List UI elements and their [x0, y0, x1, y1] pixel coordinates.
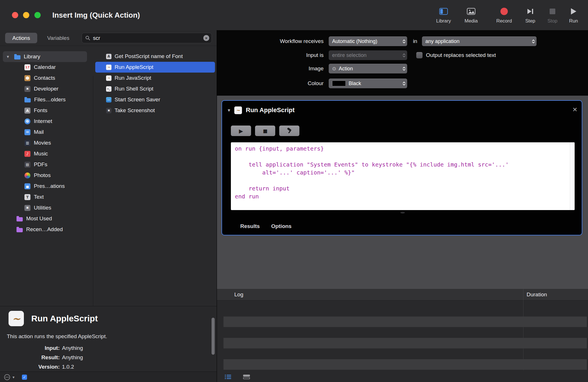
- library-folder-icon: [14, 55, 20, 59]
- list-view-icon[interactable]: [225, 374, 231, 379]
- sidebar-item-fonts[interactable]: AFonts: [0, 105, 93, 116]
- resize-handle[interactable]: [400, 212, 405, 213]
- result-item-get-postscript-name-of-font[interactable]: AGet PostScript name of Font: [95, 51, 215, 62]
- applescript-code: on run {input, parameters} tell applicat…: [235, 145, 509, 200]
- step-icon: [527, 5, 534, 18]
- text-icon: T: [24, 194, 30, 200]
- toolbar-button-record[interactable]: Record: [490, 5, 518, 27]
- hammer-icon: [286, 128, 293, 134]
- sidebar-item-library[interactable]: ▾ Library: [3, 51, 87, 62]
- tab-actions[interactable]: Actions: [5, 33, 37, 43]
- mail-icon: ✉: [24, 129, 30, 135]
- sidebar-item-movies[interactable]: ▥Movies: [0, 137, 93, 148]
- minimize-window-button[interactable]: [23, 12, 29, 18]
- colour-popup[interactable]: Black: [329, 79, 407, 88]
- image-popup[interactable]: ⊙ Action: [329, 64, 407, 73]
- duration-column-header: Duration: [527, 289, 547, 300]
- tab-results[interactable]: Results: [240, 223, 260, 229]
- zoom-window-button[interactable]: [34, 12, 41, 18]
- applescript-code-editor[interactable]: on run {input, parameters} tell applicat…: [231, 142, 575, 210]
- sidebar-item-contacts[interactable]: ☻Contacts: [0, 73, 93, 83]
- stop-script-button[interactable]: ■: [255, 126, 275, 136]
- log-footer: [217, 371, 588, 382]
- sidebar-item-developer[interactable]: ✖Developer: [0, 83, 93, 94]
- sidebar-item-label: Internet: [34, 118, 52, 124]
- sidebar-item-most-used[interactable]: Most Used: [0, 213, 93, 224]
- script-buttons: ▶ ■: [231, 126, 299, 136]
- chevron-down-icon[interactable]: ▾: [228, 107, 230, 113]
- sidebar-item-label: Pres…ations: [34, 183, 65, 189]
- sidebar-item-mail[interactable]: ✉Mail: [0, 127, 93, 137]
- search-input[interactable]: [92, 35, 203, 42]
- tab-options[interactable]: Options: [271, 223, 292, 229]
- developer-icon: ✖: [24, 86, 30, 92]
- sidebar-item-recen-added[interactable]: Recen…Added: [0, 224, 93, 235]
- toolbar-button-run[interactable]: Run: [560, 5, 587, 27]
- description-scrollbar[interactable]: [212, 318, 215, 355]
- application-popup[interactable]: any application: [422, 36, 537, 46]
- workflow-receives-label: Workflow receives: [217, 36, 324, 46]
- result-item-label: Get PostScript name of Font: [115, 53, 183, 59]
- log-row: [223, 338, 587, 348]
- log-row: [223, 317, 587, 327]
- result-item-label: Run AppleScript: [115, 64, 153, 70]
- search-field[interactable]: ×: [82, 33, 212, 43]
- popup-value: Automatic (Nothing): [332, 38, 401, 44]
- toolbar-button-library[interactable]: Library: [430, 5, 457, 27]
- window-title: Insert Img (Quick Action): [52, 0, 140, 30]
- play-icon: ▶: [239, 128, 243, 134]
- chevron-down-icon[interactable]: ▾: [13, 375, 15, 379]
- panel-topbar: Actions Variables ×: [0, 30, 217, 46]
- popup-stepper-icon: [403, 81, 405, 86]
- description-field-value: Anything: [62, 345, 83, 351]
- smart-folder-icon: [16, 228, 23, 232]
- sidebar-item-files-olders[interactable]: Files…olders: [0, 94, 93, 105]
- popup-stepper-icon: [403, 39, 405, 44]
- result-item-take-screenshot[interactable]: ✖Take Screenshot: [95, 105, 215, 116]
- action-checkbox-icon[interactable]: ✓: [22, 375, 27, 380]
- chevron-down-icon[interactable]: ▾: [7, 54, 9, 59]
- close-window-button[interactable]: [12, 12, 18, 18]
- log-column-divider: [523, 289, 523, 370]
- compile-script-button[interactable]: [279, 126, 299, 136]
- movies-icon: ▥: [24, 140, 30, 146]
- workflow-receives-popup[interactable]: Automatic (Nothing): [329, 36, 407, 46]
- applescript-icon: ~: [106, 65, 111, 70]
- result-item-run-shell-script[interactable]: >_Run Shell Script: [95, 83, 215, 94]
- sidebar-item-music[interactable]: ♪Music: [0, 148, 93, 159]
- clear-search-icon[interactable]: ×: [203, 35, 209, 41]
- result-item-run-javascript[interactable]: ~Run JavaScript: [95, 73, 215, 83]
- sidebar-item-label: Most Used: [26, 215, 52, 222]
- sidebar-item-label: Text: [34, 194, 44, 200]
- output-replaces-checkbox[interactable]: [416, 52, 423, 58]
- sidebar-item-pres-ations[interactable]: ▅Pres…ations: [0, 181, 93, 192]
- sidebar-item-label: Calendar: [34, 64, 56, 70]
- sidebar-item-label: PDFs: [34, 161, 47, 168]
- result-item-start-screen-saver[interactable]: ▭Start Screen Saver: [95, 94, 215, 105]
- description-title: Run AppleScript: [31, 314, 98, 323]
- applescript-icon: ~: [9, 311, 24, 326]
- result-item-run-applescript[interactable]: ~Run AppleScript: [95, 62, 215, 73]
- close-icon[interactable]: ×: [573, 101, 577, 120]
- tab-variables[interactable]: Variables: [43, 33, 74, 43]
- sidebar-item-text[interactable]: TText: [0, 192, 93, 202]
- sidebar-item-label: Contacts: [34, 75, 55, 81]
- sidebar-item-pdfs[interactable]: ▤PDFs: [0, 159, 93, 170]
- toolbar-button-label: Run: [569, 18, 578, 24]
- sidebar-item-label: Files…olders: [34, 96, 66, 103]
- toolbar-button-label: Record: [496, 18, 512, 24]
- media-browser-icon[interactable]: [4, 374, 10, 380]
- titlebar: Insert Img (Quick Action) LibraryMediaRe…: [0, 0, 588, 30]
- sidebar-item-internet[interactable]: ⊕Internet: [0, 116, 93, 127]
- javascript-icon: ~: [106, 75, 111, 81]
- description-text: This action runs the specified AppleScri…: [7, 333, 107, 340]
- sidebar-item-utilities[interactable]: ✖Utilities: [0, 202, 93, 213]
- run-script-button[interactable]: ▶: [231, 126, 251, 136]
- sidebar-item-calendar[interactable]: 17Calendar: [0, 62, 93, 73]
- toolbar-button-media[interactable]: Media: [457, 5, 485, 27]
- editor-scrollbar[interactable]: [570, 142, 575, 210]
- sidebar-list: 17Calendar☻Contacts✖DeveloperFiles…older…: [0, 62, 93, 235]
- sidebar-item-label: Mail: [34, 129, 44, 135]
- panel-view-icon[interactable]: [243, 374, 250, 379]
- sidebar-item-photos[interactable]: Photos: [0, 170, 93, 181]
